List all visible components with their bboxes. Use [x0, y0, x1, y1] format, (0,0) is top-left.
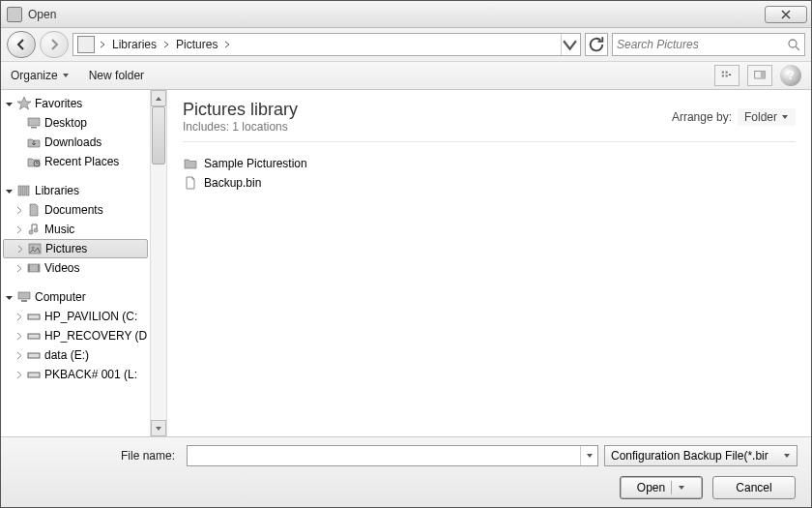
collapse-icon[interactable]	[5, 187, 14, 195]
tree-item-drive[interactable]: HP_PAVILION (C:	[1, 307, 150, 326]
libraries-icon	[16, 183, 32, 198]
location-icon	[77, 36, 95, 53]
chevron-right-icon[interactable]	[97, 41, 108, 48]
tree-item-drive[interactable]: data (E:)	[1, 345, 150, 365]
content-pane: Pictures library Includes: 1 locations A…	[167, 90, 811, 436]
open-button[interactable]: Open	[620, 476, 703, 499]
tree-root-libraries[interactable]: Libraries	[1, 181, 150, 200]
organize-menu[interactable]: Organize	[11, 69, 70, 82]
tree-item-recent[interactable]: Recent Places	[1, 152, 150, 171]
bottom-panel: File name: Configuration Backup File(*.b…	[1, 436, 811, 507]
star-icon	[16, 96, 32, 111]
expand-icon[interactable]	[14, 371, 23, 379]
filename-input[interactable]	[188, 449, 580, 463]
filename-dropdown[interactable]	[580, 446, 597, 465]
file-name: Backup.bin	[204, 176, 261, 190]
collapse-icon[interactable]	[5, 100, 14, 108]
open-label: Open	[637, 481, 665, 494]
drive-icon	[26, 347, 42, 363]
scroll-thumb[interactable]	[152, 106, 165, 164]
app-icon	[7, 7, 22, 22]
help-button[interactable]: ?	[780, 65, 801, 86]
library-title: Pictures library	[183, 100, 298, 120]
arrange-by: Arrange by: Folder	[672, 100, 796, 134]
help-icon: ?	[787, 69, 794, 82]
refresh-button[interactable]	[585, 33, 608, 56]
preview-pane-button[interactable]	[747, 65, 772, 86]
chevron-up-icon	[155, 95, 162, 103]
tree-item-pictures[interactable]: Pictures	[3, 239, 148, 258]
chevron-right-icon[interactable]	[221, 41, 233, 48]
file-icon	[183, 175, 198, 191]
breadcrumb-item[interactable]: Pictures	[172, 38, 221, 51]
svg-rect-20	[18, 292, 30, 299]
tree-item-downloads[interactable]: Downloads	[1, 133, 150, 152]
button-row: Open Cancel	[14, 476, 798, 499]
tree-label: Downloads	[44, 135, 102, 149]
collapse-icon[interactable]	[5, 293, 14, 302]
tree-root-favorites[interactable]: Favorites	[1, 94, 150, 113]
search-box[interactable]	[612, 33, 805, 56]
close-icon	[781, 10, 791, 19]
tree-root-computer[interactable]: Computer	[1, 287, 150, 307]
new-folder-button[interactable]: New folder	[89, 69, 144, 82]
forward-button[interactable]	[40, 31, 69, 58]
expand-icon[interactable]	[14, 225, 23, 234]
expand-icon[interactable]	[14, 206, 23, 215]
back-button[interactable]	[7, 31, 36, 58]
breadcrumb-dropdown[interactable]	[561, 34, 578, 55]
expand-icon[interactable]	[14, 313, 23, 321]
tree-item-videos[interactable]: Videos	[1, 258, 150, 278]
desktop-icon	[26, 115, 42, 131]
tree-item-drive[interactable]: HP_RECOVERY (D	[1, 326, 150, 345]
tree-label: Computer	[35, 290, 86, 304]
downloads-icon	[26, 134, 42, 150]
tree-label: Documents	[44, 203, 103, 217]
titlebar: Open	[1, 1, 811, 28]
scroll-down-button[interactable]	[151, 420, 166, 436]
svg-rect-19	[38, 264, 40, 272]
cancel-button[interactable]: Cancel	[712, 476, 796, 499]
svg-point-16	[32, 247, 35, 250]
file-list[interactable]: Sample Picturestion Backup.bin	[183, 150, 796, 193]
filename-combobox[interactable]	[187, 445, 598, 466]
view-icon	[719, 70, 735, 81]
tree-label: Libraries	[35, 184, 79, 197]
list-item[interactable]: Sample Picturestion	[183, 154, 796, 173]
split-chevron[interactable]	[671, 481, 685, 494]
search-input[interactable]	[617, 38, 787, 51]
arrange-by-dropdown[interactable]: Folder	[738, 108, 796, 126]
breadcrumb-item[interactable]: Libraries	[108, 38, 160, 51]
library-subtitle[interactable]: Includes: 1 locations	[183, 120, 298, 134]
window-title: Open	[28, 8, 765, 21]
tree-item-drive[interactable]: PKBACK# 001 (L:	[1, 365, 150, 384]
folder-icon	[183, 156, 198, 171]
arrange-by-value: Folder	[744, 110, 777, 124]
tree-item-desktop[interactable]: Desktop	[1, 113, 150, 133]
scroll-up-button[interactable]	[151, 90, 166, 106]
chevron-right-icon[interactable]	[160, 41, 172, 48]
close-button[interactable]	[765, 6, 807, 23]
dialog-body: Favorites Desktop Downloads Recent Place…	[1, 90, 811, 436]
drive-icon	[26, 328, 42, 344]
chevron-down-icon	[783, 452, 791, 460]
expand-icon[interactable]	[14, 351, 23, 360]
tree-group-libraries: Libraries Documents Music Pictures	[1, 181, 150, 278]
svg-point-13	[29, 230, 33, 234]
list-item[interactable]: Backup.bin	[183, 173, 796, 193]
expand-icon[interactable]	[14, 264, 23, 273]
expand-icon[interactable]	[14, 332, 23, 341]
tree-item-documents[interactable]: Documents	[1, 200, 150, 220]
breadcrumb[interactable]: Libraries Pictures	[72, 33, 581, 56]
svg-rect-7	[28, 118, 40, 126]
expand-icon[interactable]	[15, 245, 24, 254]
computer-icon	[16, 289, 32, 305]
navpane-scrollbar[interactable]	[151, 90, 167, 436]
toolbar-right: ?	[714, 65, 801, 86]
filetype-filter[interactable]: Configuration Backup File(*.bir	[604, 445, 798, 466]
tree-label: Pictures	[45, 242, 87, 255]
tree-item-music[interactable]: Music	[1, 220, 150, 239]
tree-label: HP_RECOVERY (D	[44, 329, 147, 343]
view-options-button[interactable]	[714, 65, 740, 86]
scroll-track[interactable]	[151, 106, 166, 420]
